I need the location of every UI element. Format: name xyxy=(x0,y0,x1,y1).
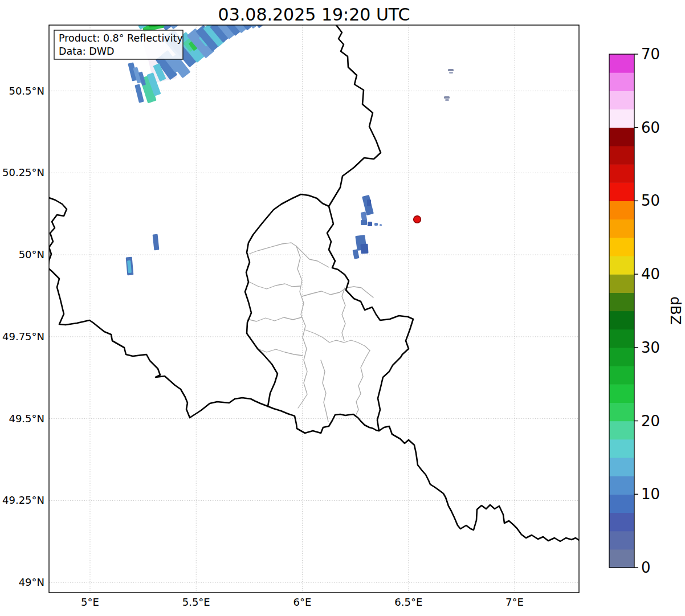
colorbar-segment xyxy=(609,421,634,440)
y-tick-label: 49.25°N xyxy=(2,494,44,506)
colorbar-segment xyxy=(609,91,634,109)
colorbar-segment xyxy=(609,72,634,91)
x-tick-label: 7°E xyxy=(505,596,524,608)
radar-echo-patch xyxy=(360,244,368,254)
colorbar-segment xyxy=(609,182,634,201)
colorbar-segment xyxy=(609,348,634,366)
colorbar-segment xyxy=(609,219,634,238)
x-tick-label: 6°E xyxy=(293,596,312,608)
colorbar-tick-label: 40 xyxy=(641,266,660,283)
y-tick-label: 49°N xyxy=(19,576,44,588)
product-info-line2: Data: DWD xyxy=(59,46,115,57)
colorbar-tick-label: 0 xyxy=(641,559,651,576)
radar-echo-patch xyxy=(448,69,454,71)
colorbar-segment xyxy=(609,402,634,421)
colorbar xyxy=(609,54,634,568)
colorbar-segment xyxy=(609,201,634,219)
colorbar-segment xyxy=(609,109,634,128)
x-tick-label: 5°E xyxy=(81,596,99,608)
colorbar-tick-label: 70 xyxy=(641,46,660,63)
colorbar-segment xyxy=(609,146,634,165)
colorbar-segment xyxy=(609,366,634,385)
y-tick-label: 50.5°N xyxy=(9,85,44,97)
radar-echo-patch xyxy=(445,99,449,101)
radar-echo-patch xyxy=(380,224,382,226)
y-axis-tick-labels: 50.5°N50.25°N50°N49.75°N49.5°N49.25°N49°… xyxy=(2,85,44,589)
colorbar-segment xyxy=(609,512,634,531)
colorbar-unit-label: dBZ xyxy=(667,296,684,325)
y-tick-label: 50°N xyxy=(19,248,44,260)
y-tick-label: 49.75°N xyxy=(2,331,44,342)
colorbar-segment xyxy=(609,329,634,348)
colorbar-segment xyxy=(609,274,634,293)
radar-echo-patch xyxy=(361,220,367,225)
radar-echo-patch xyxy=(449,72,453,74)
radar-map-figure: 5°E5.5°E6°E6.5°E7°E 50.5°N50.25°N50°N49.… xyxy=(0,0,685,616)
colorbar-segment xyxy=(609,311,634,330)
radar-echo-patch xyxy=(367,199,371,206)
y-tick-label: 49.5°N xyxy=(9,413,44,425)
colorbar-segment xyxy=(609,384,634,403)
x-axis-tick-labels: 5°E5.5°E6°E6.5°E7°E xyxy=(81,596,524,608)
x-tick-label: 6.5°E xyxy=(394,596,422,608)
colorbar-segment xyxy=(609,531,634,550)
station-marker xyxy=(414,216,421,223)
colorbar-tick-label: 20 xyxy=(641,413,660,430)
colorbar-segment xyxy=(609,164,634,183)
colorbar-segment xyxy=(609,54,634,73)
radar-map-canvas: 5°E5.5°E6°E6.5°E7°E 50.5°N50.25°N50°N49.… xyxy=(0,0,685,616)
product-info-line1: Product: 0.8° Reflectivity xyxy=(59,32,183,44)
radar-echo-patch xyxy=(374,223,378,226)
colorbar-segment xyxy=(609,238,634,256)
colorbar-tick-label: 30 xyxy=(641,339,660,356)
colorbar-segment xyxy=(609,128,634,146)
product-info-box: Product: 0.8° Reflectivity Data: DWD xyxy=(54,30,183,59)
colorbar-segment xyxy=(609,494,634,513)
x-tick-label: 5.5°E xyxy=(182,596,210,608)
colorbar-segment xyxy=(609,549,634,568)
colorbar-segment xyxy=(609,458,634,476)
colorbar-tick-label: 10 xyxy=(641,486,660,503)
colorbar-tick-label: 50 xyxy=(641,192,660,209)
station-marker-dot xyxy=(414,216,421,223)
colorbar-segment xyxy=(609,256,634,275)
radar-echo-patch xyxy=(444,96,450,99)
colorbar-segment xyxy=(609,292,634,311)
colorbar-tick-labels: 010203040506070 xyxy=(634,46,660,576)
radar-echo-patch xyxy=(368,222,372,226)
figure-title: 03.08.2025 19:20 UTC xyxy=(218,5,410,25)
colorbar-segment xyxy=(609,476,634,495)
y-tick-label: 50.25°N xyxy=(2,166,44,178)
colorbar-tick-label: 60 xyxy=(641,119,660,136)
colorbar-segment xyxy=(609,439,634,458)
